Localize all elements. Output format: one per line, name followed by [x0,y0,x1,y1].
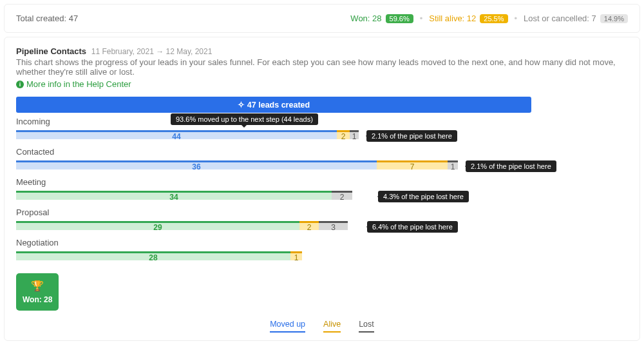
title-line: Pipeline Contacts 11 February, 2021 → 12… [16,46,628,56]
won-stat: Won: 28 59.6% [350,14,413,23]
total-value: 47 [69,14,78,23]
seg-lost: 1 [350,130,359,139]
alive-stat: Still alive: 12 25.5% [429,14,507,23]
lost-tooltip: 4.3% of the pipe lost here [378,191,469,202]
panel-title: Pipeline Contacts [16,46,86,56]
stage-bar[interactable]: 29 2 3 6.4% of the pipe lost here [16,218,531,233]
panel-desc: This chart shows the progress of your le… [16,57,628,77]
total-created: Total created: 47 [16,14,78,23]
lost-tooltip: 2.1% of the pipe lost here [466,160,556,172]
help-link-text: More info in the Help Center [26,79,131,89]
stage-contacted: Contacted 36 7 1 2.1% of the pipe lost h… [16,147,531,172]
trophy-icon: 🏆 [23,280,52,292]
stage-bar[interactable]: 36 7 1 2.1% of the pipe lost here [16,158,531,172]
stage-negotiation: Negotiation 28 1 [16,238,531,263]
info-icon: i [16,81,24,88]
seg-moved: 36 [16,160,377,169]
seg-moved: 29 [16,221,299,230]
hover-tooltip: 93.6% moved up to the next step (44 lead… [171,113,318,125]
lost-pct: 14.9% [600,14,628,23]
sparkle-icon: ✧ [238,101,245,110]
seg-moved: 28 [16,251,290,260]
separator: • [420,14,423,23]
stage-incoming: Incoming 44 2 1 93.6% moved up to the ne… [16,117,531,142]
won-label: Won: 28 [350,14,381,23]
lost-stat: Lost or cancelled: 7 14.9% [524,14,628,23]
date-range: 11 February, 2021 → 12 May, 2021 [91,47,213,56]
stage-bar[interactable]: 34 2 4.3% of the pipe lost here [16,188,531,202]
stage-label: Meeting [16,177,531,187]
won-pct: 59.6% [386,14,413,23]
stage-bar[interactable]: 28 1 [16,249,531,263]
seg-alive: 2 [299,221,319,230]
legend: Moved up Alive Lost [16,320,628,333]
legend-alive[interactable]: Alive [323,320,341,333]
seg-moved: 34 [16,191,332,200]
summary-right: Won: 28 59.6% • Still alive: 12 25.5% • … [350,14,628,23]
stage-proposal: Proposal 29 2 3 6.4% of the pipe lost he… [16,208,531,233]
lost-label: Lost or cancelled: 7 [524,14,596,23]
seg-lost: 1 [448,160,458,169]
alive-pct: 25.5% [480,14,507,23]
seg-alive: 7 [377,160,448,169]
seg-moved: 44 [16,130,337,139]
separator: • [515,14,518,23]
lost-tooltip: 2.1% of the pipe lost here [366,130,457,142]
seg-alive: 1 [290,251,302,260]
stage-label: Proposal [16,208,531,217]
stage-meeting: Meeting 34 2 4.3% of the pipe lost here [16,177,531,202]
legend-moved[interactable]: Moved up [270,320,305,333]
stage-bar[interactable]: 44 2 1 93.6% moved up to the next step (… [16,128,531,142]
total-label: Total created: [16,14,66,23]
seg-alive: 2 [337,130,350,139]
help-link[interactable]: i More info in the Help Center [16,79,131,89]
created-bar: ✧47 leads created [16,97,531,113]
seg-lost: 2 [332,191,352,200]
lost-tooltip: 6.4% of the pipe lost here [367,221,458,233]
funnel-chart: ✧47 leads created Incoming 44 2 1 93.6% … [16,97,531,311]
stage-label: Negotiation [16,238,531,247]
stage-label: Contacted [16,147,531,157]
seg-lost: 3 [319,221,348,230]
pipeline-panel: Pipeline Contacts 11 February, 2021 → 12… [4,37,640,341]
summary-bar: Total created: 47 Won: 28 59.6% • Still … [4,4,640,33]
won-badge: 🏆 Won: 28 [16,273,59,311]
legend-lost[interactable]: Lost [359,320,374,333]
panel-header: Pipeline Contacts 11 February, 2021 → 12… [16,46,628,89]
alive-label: Still alive: 12 [429,14,476,23]
won-badge-text: Won: 28 [23,295,52,304]
